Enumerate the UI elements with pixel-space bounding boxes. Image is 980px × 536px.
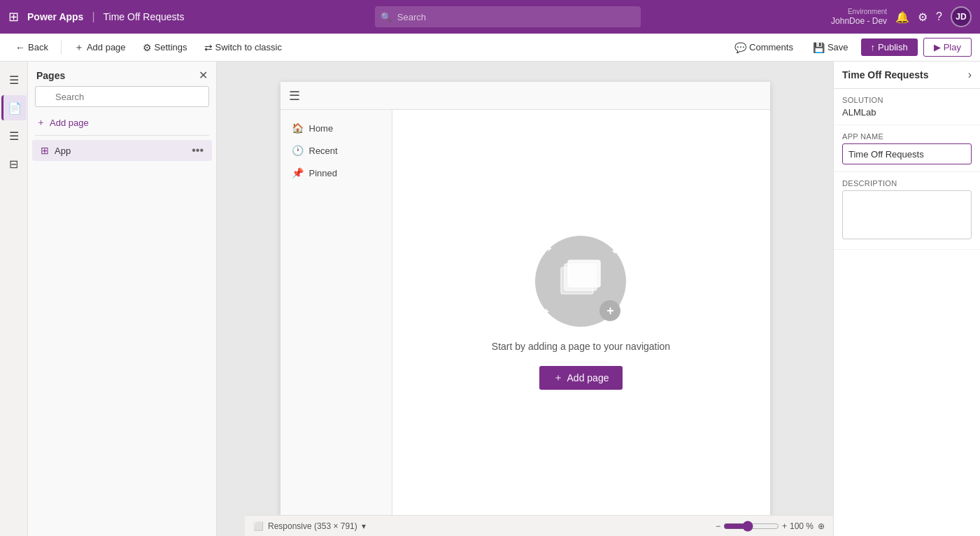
icon-bar-menu[interactable]: ☰ bbox=[1, 67, 27, 92]
zoom-slider[interactable] bbox=[723, 521, 779, 532]
publish-icon: ↑ bbox=[871, 42, 876, 52]
preview-side-nav: 🏠 Home 🕐 Recent 📌 Pinned bbox=[280, 110, 392, 516]
toolbar: ← Back ＋ Add page ⚙ Settings ⇄ Switch to… bbox=[0, 34, 980, 62]
back-button[interactable]: ← Back bbox=[8, 39, 55, 56]
pages-item-app[interactable]: ⊞ App ••• bbox=[32, 140, 212, 161]
preview-empty-text: Start by adding a page to your navigatio… bbox=[492, 341, 670, 352]
search-input[interactable] bbox=[375, 6, 641, 27]
preview-nav-recent[interactable]: 🕐 Recent bbox=[280, 139, 392, 162]
add-badge: + bbox=[599, 300, 620, 321]
app-name-label: App name bbox=[842, 132, 972, 141]
props-description-section: Description bbox=[834, 172, 980, 250]
preview-main: ✦ ✦ ✦ + Start by adding a page to your n… bbox=[392, 110, 770, 516]
page-app-icon: ⊞ bbox=[41, 145, 49, 156]
icon-bar-data[interactable]: ⊟ bbox=[1, 151, 27, 176]
save-icon: 💾 bbox=[813, 42, 825, 53]
preview-nav-pinned-label: Pinned bbox=[309, 168, 337, 178]
settings-icon: ⚙ bbox=[143, 42, 152, 53]
zoom-control: − + 100 % bbox=[716, 521, 814, 532]
back-label: Back bbox=[28, 42, 48, 52]
sparkle-bl: ✦ bbox=[542, 306, 551, 317]
preview-empty-illustration: ✦ ✦ ✦ + bbox=[535, 236, 626, 327]
play-label: Play bbox=[944, 42, 961, 52]
pages-search-input[interactable] bbox=[35, 86, 209, 107]
responsive-chevron-icon[interactable]: ▾ bbox=[362, 521, 366, 531]
description-textarea[interactable] bbox=[842, 190, 972, 239]
solution-value: ALMLab bbox=[842, 107, 972, 118]
pages-title: Pages bbox=[36, 70, 65, 81]
pages-stack-icon bbox=[553, 253, 609, 309]
publish-button[interactable]: ↑ Publish bbox=[861, 38, 918, 56]
save-label: Save bbox=[828, 42, 848, 52]
pages-add-page-button[interactable]: ＋ Add page bbox=[28, 113, 216, 132]
sparkle-tl: ✦ bbox=[545, 243, 553, 254]
pages-close-icon[interactable]: ✕ bbox=[199, 69, 208, 82]
fit-icon[interactable]: ⊕ bbox=[818, 521, 825, 531]
bottom-bar-right: − + 100 % ⊕ bbox=[716, 521, 825, 532]
props-expand-icon[interactable]: › bbox=[968, 69, 972, 81]
preview-nav-home-label: Home bbox=[309, 123, 334, 134]
props-header: Time Off Requests › bbox=[834, 62, 980, 89]
icon-bar-list[interactable]: ☰ bbox=[1, 123, 27, 148]
recent-icon: 🕐 bbox=[292, 145, 304, 156]
bottom-bar: ⬜ Responsive (353 × 791) ▾ − + 100 % ⊕ bbox=[245, 515, 833, 536]
comments-button[interactable]: 💬 Comments bbox=[727, 39, 800, 56]
preview-body: 🏠 Home 🕐 Recent 📌 Pinned bbox=[280, 110, 770, 516]
preview-nav-home[interactable]: 🏠 Home bbox=[280, 117, 392, 139]
top-nav-right: Environment JohnDoe - Dev 🔔 ⚙ ? JD bbox=[831, 6, 972, 27]
icon-bar: ☰ 📄 ☰ ⊟ bbox=[0, 62, 28, 536]
responsive-icon: ⬜ bbox=[253, 521, 264, 531]
sparkle-tr: ✦ bbox=[611, 246, 619, 257]
pages-search-wrapper: 🔍 bbox=[28, 86, 216, 113]
top-nav: ⊞ Power Apps | Time Off Requests 🔍 Envir… bbox=[0, 0, 980, 34]
app-name-input[interactable] bbox=[842, 143, 972, 164]
settings-label: Settings bbox=[155, 42, 187, 52]
switch-classic-button[interactable]: ⇄ Switch to classic bbox=[197, 39, 289, 56]
save-button[interactable]: 💾 Save bbox=[806, 39, 855, 56]
icon-bar-pages[interactable]: 📄 bbox=[1, 95, 27, 120]
main-layout: ☰ 📄 ☰ ⊟ Pages ✕ 🔍 ＋ Add page ⊞ App ••• bbox=[0, 62, 980, 536]
switch-icon: ⇄ bbox=[204, 42, 213, 53]
pages-panel: Pages ✕ 🔍 ＋ Add page ⊞ App ••• bbox=[28, 62, 217, 536]
pages-panel-header: Pages ✕ bbox=[28, 62, 216, 86]
properties-panel: Time Off Requests › Solution ALMLab App … bbox=[833, 62, 980, 536]
solution-label: Solution bbox=[842, 96, 972, 104]
svg-rect-2 bbox=[568, 260, 600, 287]
toolbar-separator-1 bbox=[61, 41, 62, 55]
preview-empty-state: ✦ ✦ ✦ + Start by adding a page to your n… bbox=[492, 236, 670, 390]
settings-gear-icon[interactable]: ⚙ bbox=[918, 10, 928, 24]
preview-add-page-button[interactable]: ＋ Add page bbox=[539, 366, 623, 390]
home-icon: 🏠 bbox=[292, 122, 304, 134]
description-label: Description bbox=[842, 179, 972, 188]
preview-add-icon: ＋ bbox=[553, 372, 563, 384]
notification-icon[interactable]: 🔔 bbox=[895, 10, 909, 24]
add-page-button[interactable]: ＋ Add page bbox=[67, 38, 133, 57]
page-app-label: App bbox=[55, 146, 186, 156]
grid-icon[interactable]: ⊞ bbox=[8, 9, 19, 24]
responsive-label: Responsive (353 × 791) bbox=[268, 521, 357, 531]
app-name-nav: Time Off Requests bbox=[104, 11, 185, 22]
preview-hamburger-icon[interactable]: ☰ bbox=[289, 88, 300, 104]
preview-nav-pinned[interactable]: 📌 Pinned bbox=[280, 162, 392, 184]
search-area: 🔍 bbox=[190, 6, 825, 27]
search-icon: 🔍 bbox=[381, 12, 392, 22]
help-icon[interactable]: ? bbox=[936, 10, 942, 23]
pinned-icon: 📌 bbox=[292, 167, 304, 178]
play-icon: ▶ bbox=[934, 42, 941, 52]
preview-add-page-label: Add page bbox=[567, 372, 609, 383]
pages-add-icon: ＋ bbox=[36, 116, 45, 129]
pages-add-label: Add page bbox=[50, 118, 89, 128]
settings-button[interactable]: ⚙ Settings bbox=[136, 39, 194, 56]
zoom-plus-button[interactable]: + bbox=[782, 521, 787, 531]
page-app-more-icon[interactable]: ••• bbox=[192, 144, 204, 157]
nav-separator: | bbox=[92, 10, 94, 23]
props-solution-section: Solution ALMLab bbox=[834, 89, 980, 125]
play-button[interactable]: ▶ Play bbox=[923, 38, 972, 57]
avatar[interactable]: JD bbox=[951, 6, 972, 27]
bottom-bar-left: ⬜ Responsive (353 × 791) ▾ bbox=[253, 521, 366, 531]
comments-label: Comments bbox=[749, 42, 793, 52]
environment-info: Environment JohnDoe - Dev bbox=[831, 7, 887, 27]
zoom-minus-button[interactable]: − bbox=[716, 521, 720, 531]
environment-label: Environment bbox=[848, 7, 887, 16]
toolbar-right: 💬 Comments 💾 Save ↑ Publish ▶ Play bbox=[727, 38, 972, 57]
